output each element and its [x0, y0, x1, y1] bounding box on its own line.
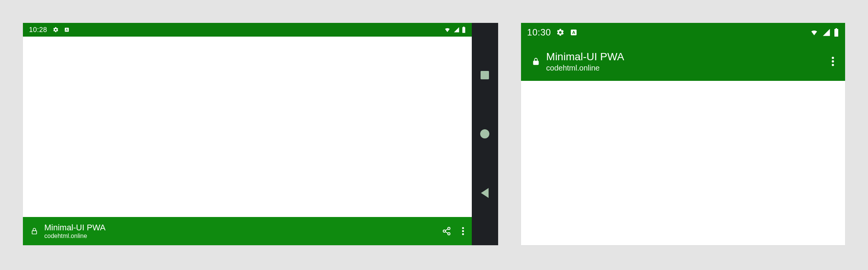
svg-rect-2: [462, 27, 465, 33]
app-title: Minimal-UI PWA: [546, 51, 624, 63]
svg-point-6: [443, 230, 445, 232]
svg-point-5: [448, 227, 450, 230]
lock-icon: [31, 227, 38, 236]
screen-left: 10:28 A: [23, 23, 472, 245]
gear-icon: [556, 28, 565, 37]
svg-rect-16: [836, 28, 837, 29]
status-left: 10:30 A: [527, 27, 578, 38]
app-badge-icon: A: [64, 27, 69, 32]
app-title: Minimal-UI PWA: [44, 223, 106, 233]
svg-point-18: [832, 60, 834, 63]
device-portrait-top: 10:30 A: [521, 23, 845, 245]
status-bar: 10:28 A: [23, 23, 472, 37]
status-time: 10:28: [29, 26, 47, 34]
svg-line-8: [445, 229, 448, 231]
status-left: 10:28 A: [29, 26, 69, 34]
status-right: [809, 28, 839, 37]
nav-recents-button[interactable]: [479, 70, 490, 80]
signal-icon: [453, 27, 460, 33]
svg-point-11: [462, 230, 464, 232]
app-actions: [831, 56, 834, 67]
battery-icon: [834, 28, 839, 37]
more-icon[interactable]: [462, 227, 464, 236]
screen-right: 10:30 A: [521, 23, 845, 245]
nav-back-button[interactable]: [479, 188, 490, 198]
svg-point-10: [462, 227, 464, 229]
svg-rect-4: [32, 231, 37, 234]
status-right: [444, 26, 466, 33]
svg-point-19: [832, 64, 834, 66]
lock-icon: [532, 56, 540, 67]
more-icon[interactable]: [831, 56, 834, 67]
share-icon[interactable]: [442, 227, 451, 236]
content-area: [521, 81, 845, 245]
app-info: Minimal-UI PWA codehtml.online: [44, 223, 106, 239]
wifi-icon: [444, 27, 451, 33]
svg-rect-3: [463, 27, 464, 27]
app-domain: codehtml.online: [546, 64, 624, 72]
nav-home-button[interactable]: [479, 129, 490, 139]
app-bar: Minimal-UI PWA codehtml.online: [521, 42, 845, 81]
app-badge-icon: A: [570, 29, 578, 36]
svg-point-17: [832, 57, 834, 59]
svg-point-12: [462, 233, 464, 235]
content-area: [23, 37, 472, 217]
svg-text:A: A: [66, 28, 68, 32]
svg-line-9: [445, 232, 448, 233]
signal-icon: [822, 28, 831, 37]
wifi-icon: [809, 29, 819, 36]
status-time: 10:30: [527, 27, 551, 38]
status-bar: 10:30 A: [521, 23, 845, 42]
app-domain: codehtml.online: [44, 233, 106, 239]
battery-icon: [462, 26, 466, 33]
navigation-bar: [472, 23, 498, 245]
svg-point-7: [448, 233, 450, 235]
device-landscape: 10:28 A: [23, 23, 498, 245]
gear-icon: [53, 27, 59, 33]
app-actions: [442, 227, 464, 236]
app-bar: Minimal-UI PWA codehtml.online: [23, 217, 472, 245]
svg-text:A: A: [572, 30, 576, 35]
app-info: Minimal-UI PWA codehtml.online: [546, 51, 624, 72]
svg-rect-15: [834, 29, 838, 37]
